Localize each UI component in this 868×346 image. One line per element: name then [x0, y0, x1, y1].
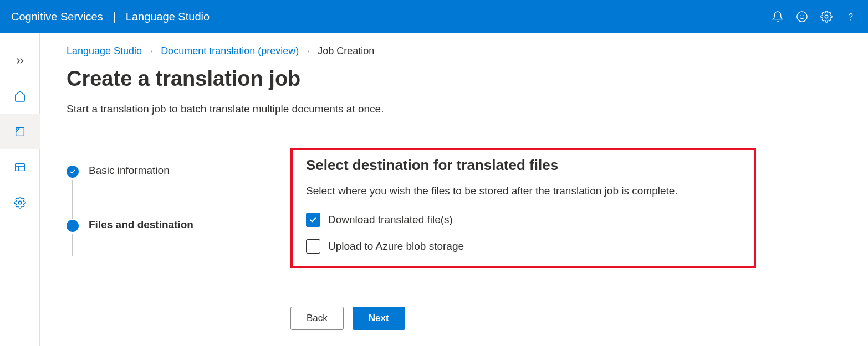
sidebar — [0, 33, 40, 346]
wizard: Basic information Files and destination … — [67, 131, 841, 330]
step-files-destination[interactable]: Files and destination — [67, 219, 277, 232]
breadcrumb: Language Studio Document translation (pr… — [67, 45, 841, 57]
checkbox-upload[interactable]: Upload to Azure blob storage — [306, 239, 741, 254]
svg-point-4 — [851, 20, 851, 20]
help-icon[interactable] — [845, 11, 857, 23]
svg-rect-6 — [15, 164, 24, 171]
header-divider: | — [113, 11, 116, 23]
page-description: Start a translation job to batch transla… — [67, 103, 841, 115]
back-button[interactable]: Back — [290, 307, 344, 330]
header-title[interactable]: Cognitive Services — [11, 11, 103, 23]
next-button[interactable]: Next — [353, 307, 405, 330]
step-current-icon — [67, 220, 79, 232]
destination-highlight: Select destination for translated files … — [290, 148, 756, 268]
main-content: Language Studio Document translation (pr… — [40, 33, 868, 346]
home-icon[interactable] — [0, 79, 40, 114]
gear-icon[interactable] — [820, 11, 833, 23]
settings-gear-icon[interactable] — [0, 185, 40, 220]
step-label: Files and destination — [89, 219, 193, 231]
step-basic-information[interactable]: Basic information — [67, 164, 277, 178]
checkbox-download[interactable]: Download translated file(s) — [306, 213, 741, 227]
bell-icon[interactable] — [772, 11, 784, 23]
breadcrumb-language-studio[interactable]: Language Studio — [67, 45, 142, 57]
section-title: Select destination for translated files — [306, 157, 741, 174]
page-title: Create a translation job — [67, 67, 841, 91]
header-actions — [772, 11, 857, 23]
button-row: Back Next — [290, 307, 841, 330]
header-subtitle[interactable]: Language Studio — [126, 11, 210, 23]
steps-panel: Basic information Files and destination — [67, 131, 277, 330]
section-description: Select where you wish the files to be st… — [306, 185, 741, 197]
checkbox-upload-box[interactable] — [306, 239, 320, 254]
header-brand: Cognitive Services | Language Studio — [11, 11, 210, 23]
step-completed-icon — [67, 166, 79, 178]
smile-icon[interactable] — [796, 11, 808, 23]
step-connector — [72, 180, 73, 219]
form-panel: Select destination for translated files … — [277, 131, 841, 330]
checkbox-upload-label[interactable]: Upload to Azure blob storage — [328, 240, 464, 252]
step-connector — [72, 234, 73, 256]
breadcrumb-document-translation[interactable]: Document translation (preview) — [161, 45, 299, 57]
chevron-right-icon — [149, 47, 154, 56]
sidebar-expand-icon[interactable] — [0, 43, 40, 79]
chevron-right-icon — [305, 47, 311, 56]
checkbox-download-box[interactable] — [306, 213, 320, 227]
document-icon[interactable] — [0, 114, 40, 149]
list-icon[interactable] — [0, 149, 40, 185]
svg-point-0 — [797, 12, 807, 22]
top-header: Cognitive Services | Language Studio — [0, 0, 868, 33]
step-label: Basic information — [89, 164, 170, 177]
checkbox-download-label[interactable]: Download translated file(s) — [328, 214, 453, 226]
svg-point-9 — [18, 201, 22, 204]
svg-point-3 — [825, 15, 828, 18]
breadcrumb-job-creation: Job Creation — [318, 45, 374, 57]
